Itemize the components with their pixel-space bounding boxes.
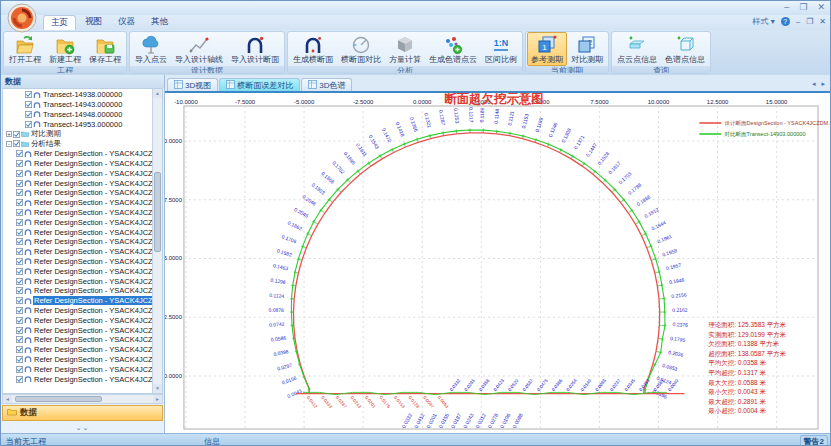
checkbox-checked-icon[interactable] xyxy=(16,219,23,226)
tree-item[interactable]: +对比测期 xyxy=(3,129,152,139)
toolbar-button-导入点云[interactable]: 导入点云 xyxy=(131,32,171,66)
tree-item[interactable]: Transect-14943.000000 xyxy=(3,100,152,110)
checkbox-checked-icon[interactable] xyxy=(16,199,23,206)
checkbox-checked-icon[interactable] xyxy=(16,268,23,275)
checkbox-checked-icon[interactable] xyxy=(16,150,23,157)
tab-scroll-arrows[interactable]: ◂ ▸ xyxy=(812,80,827,88)
tree-item[interactable]: Transect-14953.000000 xyxy=(3,119,152,129)
tree-item[interactable]: Refer DesignSection - YSACK4JCZDI xyxy=(3,355,152,365)
scroll-down-icon[interactable]: ▼ xyxy=(153,384,162,393)
tree-item[interactable]: Refer DesignSection - YSACK4JCZDI xyxy=(3,257,152,267)
checkbox-checked-icon[interactable] xyxy=(16,346,23,353)
tree-item[interactable]: Refer DesignSection - YSACK4JCZDI xyxy=(3,178,152,188)
checkbox-checked-icon[interactable] xyxy=(16,297,23,304)
tree-vertical-scrollbar[interactable]: ▲ ▼ xyxy=(152,89,162,393)
ribbon-tab-3[interactable]: 仪器 xyxy=(111,15,142,30)
tree-item[interactable]: Refer DesignSection - YSACK4JCZDI xyxy=(3,227,152,237)
close-small-button[interactable]: ✕ xyxy=(819,17,826,26)
toolbar-button-参考测期[interactable]: 1参考测期 xyxy=(527,32,567,66)
tree-item[interactable]: Refer DesignSection - YSACK4JCZDI xyxy=(3,266,152,276)
checkbox-checked-icon[interactable] xyxy=(16,229,23,236)
checkbox-checked-icon[interactable] xyxy=(16,307,23,314)
data-dock-tab[interactable]: 数据 xyxy=(2,405,163,421)
checkbox-checked-icon[interactable] xyxy=(16,238,23,245)
view-tab-2[interactable]: 横断面误差对比 xyxy=(219,78,300,91)
tree-item[interactable]: Transect-14948.000000 xyxy=(3,110,152,120)
toolbar-button-生成横断面[interactable]: 生成横断面 xyxy=(289,32,337,66)
toolbar-button-导入设计轴线[interactable]: 导入设计轴线 xyxy=(171,32,227,66)
tree-item[interactable]: Refer DesignSection - YSACK4JCZDI xyxy=(3,345,152,355)
toolbar-button-区间比例[interactable]: 1:N区间比例 xyxy=(481,32,521,66)
toolbar-button-点云点信息[interactable]: 点云点信息 xyxy=(613,32,661,66)
panel-collapse-handle[interactable]: ⌄⌄ xyxy=(1,422,164,433)
close-button[interactable]: ✕ xyxy=(817,2,825,13)
ribbon-tab-2[interactable]: 视图 xyxy=(78,15,109,30)
tree-item[interactable]: Refer DesignSection - YSACK4JCZDI xyxy=(3,374,152,384)
toolbar-button-新建工程[interactable]: 新建工程 xyxy=(45,32,85,66)
checkbox-checked-icon[interactable] xyxy=(16,278,23,285)
tree-horizontal-scrollbar[interactable]: ◄ ► xyxy=(2,394,163,404)
tree-item[interactable]: Refer DesignSection - YSACK4JCZDI xyxy=(3,364,152,374)
section-compare-view[interactable]: -10.0000-7.5000-5.0000-2.50000.00002.500… xyxy=(165,91,830,433)
horizontal-scroll-thumb[interactable] xyxy=(15,396,102,402)
tree-item[interactable]: Refer DesignSection - YSACK4JCZDI xyxy=(3,286,152,296)
tree-item[interactable]: Refer DesignSection - YSACK4JCZDI xyxy=(3,149,152,159)
checkbox-checked-icon[interactable] xyxy=(16,336,23,343)
tree-item[interactable]: Refer DesignSection - YSACK4JCZDI xyxy=(3,247,152,257)
tree-item[interactable]: Refer DesignSection - YSACK4JCZDI xyxy=(3,325,152,335)
tree-item[interactable]: Refer DesignSection - YSACK4JCZDI xyxy=(3,168,152,178)
scroll-left-icon[interactable]: ◄ xyxy=(3,395,12,403)
scroll-up-icon[interactable]: ▲ xyxy=(153,89,162,98)
view-tab-1[interactable]: 3D视图 xyxy=(167,78,218,91)
checkbox-checked-icon[interactable] xyxy=(16,317,23,324)
maximize-button[interactable]: ❐ xyxy=(799,2,807,13)
app-logo-button[interactable] xyxy=(7,3,37,33)
tree-item[interactable]: Refer DesignSection - YSACK4JCZDI xyxy=(3,296,152,306)
checkbox-checked-icon[interactable] xyxy=(16,258,23,265)
checkbox-checked-icon[interactable] xyxy=(16,209,23,216)
minimize-small-button[interactable]: – xyxy=(796,17,800,26)
checkbox-checked-icon[interactable] xyxy=(25,101,32,108)
checkbox-checked-icon[interactable] xyxy=(25,121,32,128)
tree-item[interactable]: Transect-14938.000000 xyxy=(3,90,152,100)
help-icon[interactable]: ? xyxy=(781,17,790,26)
tree-item[interactable]: Refer DesignSection - YSACK4JCZDI xyxy=(3,208,152,218)
status-warning[interactable]: 警告2 xyxy=(800,435,828,446)
toolbar-button-色谱点信息[interactable]: 色谱点信息 xyxy=(661,32,709,66)
tree-item[interactable]: Refer DesignSection - YSACK4JCZDI xyxy=(3,315,152,325)
checkbox-checked-icon[interactable] xyxy=(16,248,23,255)
toolbar-button-方量计算[interactable]: 方量计算 xyxy=(385,32,425,66)
toolbar-button-保存工程[interactable]: 保存工程 xyxy=(85,32,125,66)
checkbox-checked-icon[interactable] xyxy=(16,180,23,187)
tree-expand-toggle[interactable]: - xyxy=(6,141,12,147)
style-menu[interactable]: 样式 ▾ xyxy=(752,16,774,27)
ribbon-tab-4[interactable]: 其他 xyxy=(144,15,175,30)
toolbar-button-生成色谱点云[interactable]: 生成色谱点云 xyxy=(425,32,481,66)
tree-item[interactable]: Refer DesignSection - YSACK4JCZDI xyxy=(3,198,152,208)
tree-expand-toggle[interactable]: + xyxy=(6,131,12,137)
tree-item[interactable]: Refer DesignSection - YSACK4JCZDI xyxy=(3,159,152,169)
tree-item[interactable]: Refer DesignSection - YSACK4JCZDI xyxy=(3,306,152,316)
checkbox-checked-icon[interactable] xyxy=(16,356,23,363)
tree-item[interactable]: Refer DesignSection - YSACK4JCZDI xyxy=(3,217,152,227)
toolbar-button-对比测期[interactable]: 2对比测期 xyxy=(567,32,607,66)
checkbox-checked-icon[interactable] xyxy=(16,189,23,196)
minimize-button[interactable]: – xyxy=(784,2,789,13)
checkbox-checked-icon[interactable] xyxy=(25,111,32,118)
toolbar-button-打开工程[interactable]: 打开工程 xyxy=(5,32,45,66)
checkbox-checked-icon[interactable] xyxy=(16,170,23,177)
scroll-right-icon[interactable]: ► xyxy=(153,395,162,403)
checkbox-checked-icon[interactable] xyxy=(13,131,20,138)
toolbar-button-导入设计断面[interactable]: 导入设计断面 xyxy=(227,32,283,66)
checkbox-checked-icon[interactable] xyxy=(25,91,32,98)
view-tab-3[interactable]: 3D色谱 xyxy=(301,78,352,91)
checkbox-checked-icon[interactable] xyxy=(16,287,23,294)
tree-item[interactable]: Refer DesignSection - YSACK4JCZDI xyxy=(3,335,152,345)
tree-item[interactable]: -分析结果 xyxy=(3,139,152,149)
tree-item[interactable]: Refer DesignSection - YSACK4JCZDI xyxy=(3,276,152,286)
checkbox-checked-icon[interactable] xyxy=(16,160,23,167)
restore-small-button[interactable]: ❐ xyxy=(806,17,813,26)
checkbox-checked-icon[interactable] xyxy=(16,327,23,334)
vertical-scroll-thumb[interactable] xyxy=(154,172,161,252)
checkbox-checked-icon[interactable] xyxy=(16,366,23,373)
